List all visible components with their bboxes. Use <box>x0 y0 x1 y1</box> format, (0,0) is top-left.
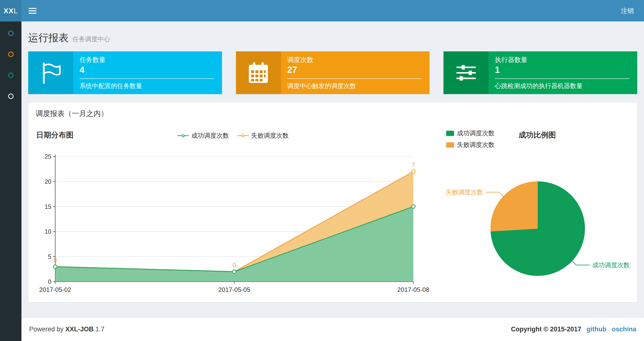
info-box-title: 调度次数 <box>287 55 422 64</box>
legend-item-success[interactable]: 成功调度次数 <box>178 131 229 140</box>
page-subtitle: 任务调度中心 <box>72 36 110 43</box>
divider <box>80 78 214 79</box>
svg-text:成功调度次数: 成功调度次数 <box>592 261 630 269</box>
sidebar-item-circle-icon[interactable] <box>8 31 14 36</box>
hamburger-icon <box>29 10 36 11</box>
legend-swatch-icon <box>446 131 454 136</box>
powered-by-prefix: Powered by <box>29 325 64 333</box>
svg-text:失败调度次数: 失败调度次数 <box>446 189 483 196</box>
svg-text:5: 5 <box>48 253 51 260</box>
calendar-icon <box>236 51 281 94</box>
main-content: 运行报表任务调度中心 任务数量 4 系统中配置的任务数量 <box>22 22 644 302</box>
svg-text:15: 15 <box>44 203 51 210</box>
product-version: 1.7 <box>96 325 104 333</box>
pie-legend-item-success[interactable]: 成功调度次数 <box>446 129 494 137</box>
legend-label: 失败调度次数 <box>251 131 289 140</box>
dispatch-report-panel: 调度报表（一月之内） 日期分布图 成功调度次数 失败调度次数 051015202… <box>28 102 637 302</box>
svg-text:2017-05-08: 2017-05-08 <box>398 286 430 293</box>
sidebar-menu <box>0 22 22 99</box>
legend-label: 成功调度次数 <box>457 129 494 137</box>
info-box-body: 调度次数 27 调度中心触发的调度次数 <box>281 51 430 94</box>
page-footer: Powered by XXL-JOB 1.7 Copyright © 2015-… <box>22 317 644 341</box>
info-box-value: 1 <box>495 64 630 76</box>
summary-info-boxes: 任务数量 4 系统中配置的任务数量 <box>28 51 637 94</box>
github-link[interactable]: github <box>587 325 606 333</box>
product-name: XXL-JOB <box>65 325 94 333</box>
info-box-executor-count: 执行器数量 1 心跳检测成功的执行器机器数量 <box>444 51 637 94</box>
copyright: Copyright © 2015-2017 github oschina <box>511 325 636 333</box>
svg-text:0: 0 <box>232 261 236 269</box>
info-box-task-count: 任务数量 4 系统中配置的任务数量 <box>28 51 222 94</box>
svg-text:25: 25 <box>44 153 51 160</box>
date-distribution-chart: 05101520252017-05-022017-05-052017-05-08… <box>28 146 438 302</box>
info-box-trigger-count: 调度次数 27 调度中心触发的调度次数 <box>236 51 430 94</box>
sidebar-item-circle-icon[interactable] <box>8 94 14 99</box>
svg-text:0: 0 <box>48 278 51 285</box>
content-header: 运行报表任务调度中心 <box>22 22 644 50</box>
sidebar-toggle-button[interactable] <box>22 0 44 22</box>
page-title: 运行报表任务调度中心 <box>28 31 637 45</box>
logo-text-bold: XX <box>4 7 14 15</box>
oschina-link[interactable]: oschina <box>612 325 636 333</box>
info-box-value: 4 <box>80 64 214 76</box>
powered-by: Powered by XXL-JOB 1.7 <box>29 325 104 333</box>
info-box-title: 执行器数量 <box>495 55 630 64</box>
svg-text:2017-05-02: 2017-05-02 <box>39 286 71 293</box>
logout-link[interactable]: 注销 <box>611 0 644 22</box>
info-box-body: 执行器数量 1 心跳检测成功的执行器机器数量 <box>488 51 637 94</box>
info-box-body: 任务数量 4 系统中配置的任务数量 <box>73 51 222 94</box>
sliders-icon <box>444 51 488 94</box>
info-box-description: 心跳检测成功的执行器机器数量 <box>495 81 630 90</box>
line-chart-title: 日期分布图 <box>36 130 74 140</box>
svg-text:7: 7 <box>412 161 415 169</box>
legend-label: 成功调度次数 <box>191 131 229 140</box>
info-box-description: 系统中配置的任务数量 <box>80 81 214 90</box>
flag-icon <box>28 51 73 94</box>
top-navbar: XXL 注销 <box>0 0 644 22</box>
line-series-marker-icon <box>178 135 189 136</box>
svg-text:10: 10 <box>44 228 51 235</box>
panel-title: 调度报表（一月之内） <box>36 109 108 119</box>
sidebar <box>0 22 22 341</box>
pie-chart-title: 成功比例图 <box>519 130 556 140</box>
legend-item-fail[interactable]: 失败调度次数 <box>237 131 289 140</box>
page-title-text: 运行报表 <box>28 32 69 44</box>
svg-text:2017-05-05: 2017-05-05 <box>218 286 250 293</box>
copyright-text: Copyright © 2015-2017 <box>511 325 581 333</box>
info-box-value: 27 <box>287 64 422 76</box>
sidebar-item-circle-icon[interactable] <box>8 73 14 78</box>
svg-text:0: 0 <box>54 257 57 264</box>
divider <box>287 78 422 79</box>
info-box-description: 调度中心触发的调度次数 <box>287 81 422 90</box>
divider <box>495 78 630 79</box>
line-chart-legend: 成功调度次数 失败调度次数 <box>178 131 289 140</box>
line-series-marker-icon <box>237 135 249 136</box>
info-box-title: 任务数量 <box>80 55 214 64</box>
svg-text:20: 20 <box>44 178 51 185</box>
success-ratio-pie-chart: 成功调度次数失败调度次数 <box>438 146 637 298</box>
app-logo[interactable]: XXL <box>0 0 22 22</box>
logo-text-light: L <box>14 7 18 15</box>
sidebar-item-circle-icon[interactable] <box>8 52 14 57</box>
